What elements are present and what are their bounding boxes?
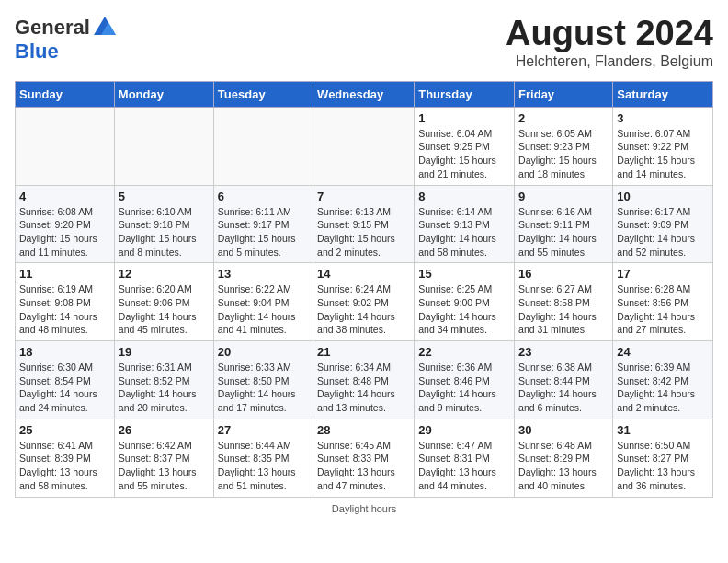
day-number: 25 [19,423,110,437]
calendar-cell: 13Sunrise: 6:22 AM Sunset: 9:04 PM Dayli… [213,263,313,341]
calendar-cell: 22Sunrise: 6:36 AM Sunset: 8:46 PM Dayli… [415,341,515,419]
day-info: Sunrise: 6:10 AM Sunset: 9:18 PM Dayligh… [119,205,210,259]
day-info: Sunrise: 6:16 AM Sunset: 9:11 PM Dayligh… [518,205,609,259]
day-number: 23 [518,345,609,359]
calendar-cell: 7Sunrise: 6:13 AM Sunset: 9:15 PM Daylig… [313,185,415,263]
day-number: 26 [119,423,210,437]
calendar-cell: 5Sunrise: 6:10 AM Sunset: 9:18 PM Daylig… [114,185,213,263]
day-info: Sunrise: 6:14 AM Sunset: 9:13 PM Dayligh… [418,205,510,259]
calendar-cell [114,107,213,185]
day-number: 4 [19,190,110,203]
calendar-week-row: 25Sunrise: 6:41 AM Sunset: 8:39 PM Dayli… [16,419,713,497]
calendar-cell: 10Sunrise: 6:17 AM Sunset: 9:09 PM Dayli… [613,185,713,263]
day-number: 12 [119,267,210,281]
calendar-cell: 30Sunrise: 6:48 AM Sunset: 8:29 PM Dayli… [515,419,613,497]
day-number: 18 [19,345,110,359]
calendar-cell: 4Sunrise: 6:08 AM Sunset: 9:20 PM Daylig… [16,185,115,263]
logo-icon [92,15,118,40]
logo: General Blue [15,15,118,63]
day-info: Sunrise: 6:28 AM Sunset: 8:56 PM Dayligh… [617,282,709,337]
calendar-cell: 28Sunrise: 6:45 AM Sunset: 8:33 PM Dayli… [313,419,415,497]
day-info: Sunrise: 6:24 AM Sunset: 9:02 PM Dayligh… [317,282,410,337]
day-number: 27 [218,423,309,437]
calendar-cell [313,107,415,185]
calendar-cell: 17Sunrise: 6:28 AM Sunset: 8:56 PM Dayli… [613,263,713,341]
day-info: Sunrise: 6:42 AM Sunset: 8:37 PM Dayligh… [119,439,210,493]
calendar-header-row: SundayMondayTuesdayWednesdayThursdayFrid… [16,81,713,107]
day-info: Sunrise: 6:27 AM Sunset: 8:58 PM Dayligh… [518,282,609,337]
calendar-cell: 18Sunrise: 6:30 AM Sunset: 8:54 PM Dayli… [16,341,115,419]
day-number: 3 [617,111,709,125]
day-number: 24 [617,345,709,359]
day-info: Sunrise: 6:30 AM Sunset: 8:54 PM Dayligh… [19,361,110,415]
footer-note: Daylight hours [15,503,713,514]
day-info: Sunrise: 6:08 AM Sunset: 9:20 PM Dayligh… [19,205,110,259]
calendar-cell: 19Sunrise: 6:31 AM Sunset: 8:52 PM Dayli… [114,341,213,419]
day-info: Sunrise: 6:31 AM Sunset: 8:52 PM Dayligh… [119,361,210,415]
day-info: Sunrise: 6:47 AM Sunset: 8:31 PM Dayligh… [418,439,510,493]
day-info: Sunrise: 6:07 AM Sunset: 9:22 PM Dayligh… [617,127,709,181]
calendar-cell: 9Sunrise: 6:16 AM Sunset: 9:11 PM Daylig… [515,185,613,263]
day-info: Sunrise: 6:38 AM Sunset: 8:44 PM Dayligh… [518,361,609,415]
logo-blue: Blue [15,40,118,63]
day-info: Sunrise: 6:33 AM Sunset: 8:50 PM Dayligh… [218,361,309,415]
day-info: Sunrise: 6:48 AM Sunset: 8:29 PM Dayligh… [518,439,609,493]
day-number: 15 [418,267,510,281]
calendar-cell: 20Sunrise: 6:33 AM Sunset: 8:50 PM Dayli… [213,341,313,419]
day-number: 17 [617,267,709,281]
day-info: Sunrise: 6:36 AM Sunset: 8:46 PM Dayligh… [418,361,510,415]
day-number: 19 [119,345,210,359]
calendar-week-row: 4Sunrise: 6:08 AM Sunset: 9:20 PM Daylig… [16,185,713,263]
calendar-cell: 6Sunrise: 6:11 AM Sunset: 9:17 PM Daylig… [213,185,313,263]
day-info: Sunrise: 6:45 AM Sunset: 8:33 PM Dayligh… [317,439,410,493]
day-number: 1 [418,111,510,125]
day-info: Sunrise: 6:41 AM Sunset: 8:39 PM Dayligh… [19,439,110,493]
day-info: Sunrise: 6:22 AM Sunset: 9:04 PM Dayligh… [218,282,309,337]
calendar-cell: 27Sunrise: 6:44 AM Sunset: 8:35 PM Dayli… [213,419,313,497]
day-number: 11 [19,267,110,281]
calendar-cell: 31Sunrise: 6:50 AM Sunset: 8:27 PM Dayli… [613,419,713,497]
calendar-cell: 24Sunrise: 6:39 AM Sunset: 8:42 PM Dayli… [613,341,713,419]
calendar-table: SundayMondayTuesdayWednesdayThursdayFrid… [15,81,713,498]
day-info: Sunrise: 6:11 AM Sunset: 9:17 PM Dayligh… [218,205,309,259]
calendar-cell: 11Sunrise: 6:19 AM Sunset: 9:08 PM Dayli… [16,263,115,341]
location: Helchteren, Flanders, Belgium [506,53,713,70]
calendar-cell: 21Sunrise: 6:34 AM Sunset: 8:48 PM Dayli… [313,341,415,419]
day-number: 21 [317,345,410,359]
day-number: 6 [218,190,309,203]
day-number: 29 [418,423,510,437]
day-info: Sunrise: 6:50 AM Sunset: 8:27 PM Dayligh… [617,439,709,493]
day-info: Sunrise: 6:39 AM Sunset: 8:42 PM Dayligh… [617,361,709,415]
calendar-cell: 12Sunrise: 6:20 AM Sunset: 9:06 PM Dayli… [114,263,213,341]
calendar-cell: 3Sunrise: 6:07 AM Sunset: 9:22 PM Daylig… [613,107,713,185]
calendar-cell: 25Sunrise: 6:41 AM Sunset: 8:39 PM Dayli… [16,419,115,497]
month-year: August 2024 [506,15,713,53]
day-number: 16 [518,267,609,281]
day-number: 13 [218,267,309,281]
calendar-day-header: Sunday [16,81,115,107]
calendar-cell: 29Sunrise: 6:47 AM Sunset: 8:31 PM Dayli… [415,419,515,497]
day-number: 5 [119,190,210,203]
day-number: 8 [418,190,510,203]
day-number: 10 [617,190,709,203]
day-number: 7 [317,190,410,203]
day-info: Sunrise: 6:05 AM Sunset: 9:23 PM Dayligh… [518,127,609,181]
day-number: 28 [317,423,410,437]
page-header: General Blue August 2024 Helchteren, Fla… [15,15,713,70]
day-info: Sunrise: 6:04 AM Sunset: 9:25 PM Dayligh… [418,127,510,181]
calendar-day-header: Thursday [415,81,515,107]
calendar-cell: 16Sunrise: 6:27 AM Sunset: 8:58 PM Dayli… [515,263,613,341]
calendar-day-header: Wednesday [313,81,415,107]
calendar-cell: 8Sunrise: 6:14 AM Sunset: 9:13 PM Daylig… [415,185,515,263]
calendar-week-row: 1Sunrise: 6:04 AM Sunset: 9:25 PM Daylig… [16,107,713,185]
calendar-week-row: 18Sunrise: 6:30 AM Sunset: 8:54 PM Dayli… [16,341,713,419]
calendar-cell: 15Sunrise: 6:25 AM Sunset: 9:00 PM Dayli… [415,263,515,341]
day-info: Sunrise: 6:34 AM Sunset: 8:48 PM Dayligh… [317,361,410,415]
calendar-cell: 2Sunrise: 6:05 AM Sunset: 9:23 PM Daylig… [515,107,613,185]
calendar-day-header: Saturday [613,81,713,107]
day-number: 31 [617,423,709,437]
day-number: 20 [218,345,309,359]
calendar-day-header: Friday [515,81,613,107]
calendar-cell: 1Sunrise: 6:04 AM Sunset: 9:25 PM Daylig… [415,107,515,185]
calendar-week-row: 11Sunrise: 6:19 AM Sunset: 9:08 PM Dayli… [16,263,713,341]
